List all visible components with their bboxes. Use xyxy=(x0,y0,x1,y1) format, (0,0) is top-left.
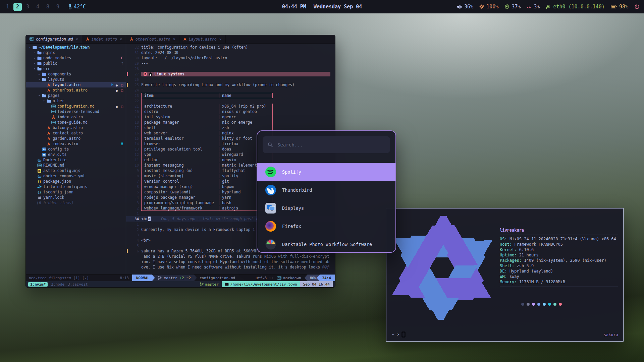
tab-Layout.astro[interactable]: Layout.astro× xyxy=(179,35,226,43)
tree-item-tone-guide.md[interactable]: tone-guide.md xyxy=(26,120,126,125)
tree-item-6hiddenitems[interactable]: (6 hidden items) xyxy=(26,200,126,205)
clock-time: 04:44 PM xyxy=(282,4,306,10)
tab-configuration.md[interactable]: configuration.md× xyxy=(26,35,82,43)
tree-item-nginx[interactable]: ▸nginx xyxy=(26,50,126,55)
docker-icon xyxy=(37,158,42,162)
status-bar-left: 123489 42°C xyxy=(0,3,86,11)
tree-item-Layout.astro[interactable]: Layout.astroH●□ xyxy=(26,82,126,87)
power-button[interactable] xyxy=(634,4,639,9)
workspace-button-9[interactable]: 9 xyxy=(54,3,62,11)
filetype-indicator: markdown xyxy=(274,275,305,281)
tree-item-tsconfig.json[interactable]: {}tsconfig.json xyxy=(26,189,126,195)
tree-item-balcony.astro[interactable]: balcony.astro xyxy=(26,125,126,130)
tree-item-layouts[interactable]: ▾layouts xyxy=(26,77,126,82)
git-status-badges: ? xyxy=(121,62,123,65)
search-input[interactable] xyxy=(277,142,385,148)
tree-root[interactable]: ▾~/Development/liv.town xyxy=(26,45,126,50)
tab-close-icon[interactable]: × xyxy=(120,37,122,42)
tmux-window-1:nvim*[interactable]: 1:nvim* xyxy=(28,282,48,287)
terminal-color-palette xyxy=(521,303,562,306)
shell-prompt[interactable]: ~ > xyxy=(392,332,405,337)
editor-line: 24 xyxy=(126,87,335,93)
workspace-button-4[interactable]: 4 xyxy=(34,3,42,11)
tree-item-nodemodules[interactable]: ▸node_modulesE xyxy=(26,55,126,61)
tree-item-tailwind.config.mjs[interactable]: tailwind.config.mjs xyxy=(26,184,126,189)
git-status-badges: H●□ xyxy=(111,83,123,87)
editor-line: 22 xyxy=(126,98,335,104)
git-status-badges: E xyxy=(121,56,123,60)
launcher-item-displays[interactable]: Displays xyxy=(257,199,395,217)
tmux-window-3:lazygit[interactable]: 3:lazygit xyxy=(68,282,88,287)
line-number: 4 xyxy=(129,195,141,199)
table-cell-item: privilege escalation tool xyxy=(142,147,219,152)
launcher-item-thunderbird[interactable]: Thunderbird xyxy=(257,181,395,199)
tree-item-label: components xyxy=(48,72,71,76)
sign-column xyxy=(126,163,129,168)
tree-item-config.ts[interactable]: TSconfig.ts xyxy=(26,146,126,152)
tree-item-label: Dockerfile xyxy=(43,158,66,162)
workspace-button-8[interactable]: 8 xyxy=(44,3,52,11)
tab-label: configuration.md xyxy=(36,37,73,42)
tree-item-README.md[interactable]: README.md xyxy=(26,163,126,168)
tab-close-icon[interactable]: × xyxy=(76,37,78,42)
tree-item-label: README.md xyxy=(43,163,64,168)
tree-item-yarn.lock[interactable]: yarn.lock xyxy=(26,195,126,200)
tree-item-docker-compose.yml[interactable]: docker-compose.yml xyxy=(26,173,126,179)
tree-item-contact.astro[interactable]: contact.astro xyxy=(26,130,126,136)
tab-otherPost.astro[interactable]: otherPost.astro× xyxy=(126,35,179,43)
tab-index.astro[interactable]: index.astro× xyxy=(82,35,126,43)
sign-column xyxy=(126,238,129,243)
sign-column xyxy=(126,211,129,216)
tailwind-icon xyxy=(37,185,42,188)
launcher-search-box[interactable] xyxy=(263,136,390,153)
tree-item-otherPost.astro[interactable]: otherPost.astro●□ xyxy=(26,87,126,93)
tree-item-Dockerfile[interactable]: Dockerfile xyxy=(26,157,126,163)
tab-close-icon[interactable]: × xyxy=(173,37,175,42)
tree-item-package.json[interactable]: {}package.json xyxy=(26,179,126,184)
launcher-item-spotify[interactable]: Spotify xyxy=(257,163,395,181)
line-body: ion. I have a setup consisting of Hyprla… xyxy=(141,259,329,264)
tree-item-components[interactable]: ▸components xyxy=(26,71,126,77)
tree-item-src[interactable]: ▾src xyxy=(26,66,126,71)
fetch-info-value: 6.10.6 xyxy=(519,247,534,252)
tree-item-env.d.ts[interactable]: TSenv.d.ts xyxy=(26,152,126,157)
sign-column xyxy=(126,71,129,77)
launcher-item-darktable[interactable]: Darktable Photo Workflow Software xyxy=(257,235,395,253)
spotify-icon xyxy=(265,166,276,178)
tree-item-pages[interactable]: ▾pages xyxy=(26,93,126,98)
tree-item-other[interactable]: ▾other xyxy=(26,98,126,104)
table-row: version controlgit xyxy=(141,179,273,184)
volume-icon xyxy=(457,5,462,9)
astro-icon xyxy=(46,131,52,135)
editor-line: 19init systemopenrc xyxy=(126,114,335,120)
editor-line: 30layout: ../../layouts/otherPost.astro xyxy=(126,55,335,61)
fetch-info-row: OS: NixOS 24.11.20240828.71e91c4 (Vicuna… xyxy=(500,237,618,242)
tree-item-index.astro[interactable]: index.astro xyxy=(26,114,126,120)
chevron-down-icon: ▾ xyxy=(37,94,41,97)
tree-item-fediverse-terms.md[interactable]: fediverse-terms.md xyxy=(26,109,126,114)
tree-item-index.astro[interactable]: index.astroH xyxy=(26,141,126,146)
encoding-indicator: utf-8 xyxy=(254,275,269,281)
palette-dot-4 xyxy=(543,303,546,306)
workspace-button-3[interactable]: 3 xyxy=(23,3,32,11)
tree-item-astro.config.mjs[interactable]: JSastro.config.mjs xyxy=(26,168,126,173)
astro-icon xyxy=(130,37,133,42)
json-icon: {} xyxy=(37,180,42,183)
system-tray: 36%100%37%3%eth0 (10.0.0.140)98% xyxy=(457,4,644,10)
tab-close-icon[interactable]: × xyxy=(219,37,222,42)
tree-item-configuration.md[interactable]: configuration.md●□ xyxy=(26,104,126,109)
workspace-button-2[interactable]: 2 xyxy=(13,3,22,11)
tmux-window-2:node[interactable]: 2:node xyxy=(51,282,64,287)
editor-line: 25Favorite things regarding Linux and my… xyxy=(126,82,335,87)
line-text: title: configuration for devices i use (… xyxy=(141,45,248,50)
tree-item-garden.astro[interactable]: garden.astro xyxy=(26,136,126,141)
workspace-button-1[interactable]: 1 xyxy=(3,3,12,11)
nixos-logo xyxy=(392,216,492,321)
launcher-item-firefox[interactable]: Firefox xyxy=(257,217,395,235)
tree-item-public[interactable]: ▸public? xyxy=(26,61,126,66)
editor-line: 23itemname xyxy=(126,93,335,98)
sign-column xyxy=(126,125,129,130)
markdown-icon xyxy=(277,276,281,280)
launcher-item-label: Displays xyxy=(282,205,304,211)
table-cell-item: version control xyxy=(142,179,219,184)
